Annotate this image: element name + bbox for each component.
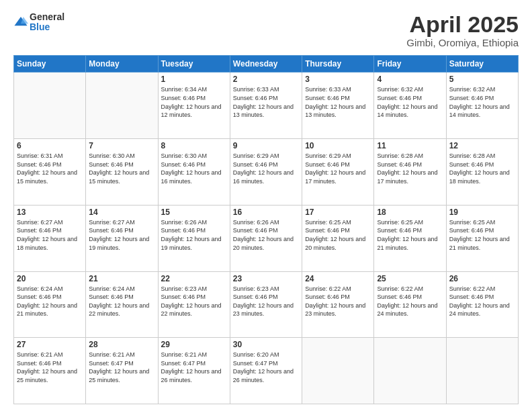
main-title: April 2025 — [406, 12, 519, 37]
day-number: 29 — [161, 340, 227, 349]
table-row: 4 Sunrise: 6:32 AMSunset: 6:46 PMDayligh… — [374, 73, 446, 139]
day-number: 11 — [377, 141, 443, 150]
table-row: 15 Sunrise: 6:26 AMSunset: 6:46 PMDaylig… — [158, 205, 230, 271]
day-info: Sunrise: 6:29 AMSunset: 6:46 PMDaylight:… — [233, 152, 299, 185]
day-info: Sunrise: 6:30 AMSunset: 6:46 PMDaylight:… — [161, 152, 227, 185]
day-info: Sunrise: 6:23 AMSunset: 6:46 PMDaylight:… — [233, 285, 299, 318]
day-number: 21 — [89, 274, 154, 283]
table-row: 18 Sunrise: 6:25 AMSunset: 6:46 PMDaylig… — [374, 205, 446, 271]
header-monday: Monday — [86, 56, 158, 73]
logo-general: General — [30, 12, 64, 22]
table-row: 2 Sunrise: 6:33 AMSunset: 6:46 PMDayligh… — [230, 73, 302, 139]
day-number: 18 — [377, 208, 443, 217]
day-number: 17 — [305, 208, 371, 217]
table-row: 21 Sunrise: 6:24 AMSunset: 6:46 PMDaylig… — [86, 271, 158, 338]
table-row: 22 Sunrise: 6:23 AMSunset: 6:46 PMDaylig… — [158, 271, 230, 338]
header-friday: Friday — [374, 56, 446, 73]
day-info: Sunrise: 6:27 AMSunset: 6:46 PMDaylight:… — [89, 218, 154, 252]
table-row — [374, 338, 446, 404]
day-info: Sunrise: 6:33 AMSunset: 6:46 PMDaylight:… — [305, 85, 371, 119]
day-number: 6 — [17, 141, 83, 150]
table-row: 5 Sunrise: 6:32 AMSunset: 6:46 PMDayligh… — [446, 73, 518, 139]
table-row: 14 Sunrise: 6:27 AMSunset: 6:46 PMDaylig… — [86, 205, 158, 271]
table-row: 1 Sunrise: 6:34 AMSunset: 6:46 PMDayligh… — [158, 73, 230, 139]
table-row: 3 Sunrise: 6:33 AMSunset: 6:46 PMDayligh… — [302, 73, 374, 139]
table-row: 28 Sunrise: 6:21 AMSunset: 6:47 PMDaylig… — [86, 338, 158, 404]
day-info: Sunrise: 6:31 AMSunset: 6:46 PMDaylight:… — [17, 152, 83, 185]
day-info: Sunrise: 6:21 AMSunset: 6:47 PMDaylight:… — [161, 351, 227, 384]
header-sunday: Sunday — [14, 56, 86, 73]
day-number: 19 — [449, 208, 515, 217]
day-number: 7 — [89, 141, 154, 150]
day-number: 13 — [17, 208, 83, 217]
day-number: 4 — [377, 75, 443, 84]
day-number: 24 — [305, 274, 371, 283]
day-number: 14 — [89, 208, 154, 217]
day-number: 10 — [305, 141, 371, 150]
day-number: 16 — [233, 208, 299, 217]
table-row: 6 Sunrise: 6:31 AMSunset: 6:46 PMDayligh… — [14, 139, 86, 205]
calendar-row: 13 Sunrise: 6:27 AMSunset: 6:46 PMDaylig… — [14, 205, 519, 271]
day-info: Sunrise: 6:29 AMSunset: 6:46 PMDaylight:… — [305, 152, 371, 185]
day-number: 15 — [161, 208, 227, 217]
day-number: 12 — [449, 141, 515, 150]
day-number: 27 — [17, 340, 83, 349]
day-info: Sunrise: 6:26 AMSunset: 6:46 PMDaylight:… — [233, 218, 299, 252]
table-row: 10 Sunrise: 6:29 AMSunset: 6:46 PMDaylig… — [302, 139, 374, 205]
day-info: Sunrise: 6:22 AMSunset: 6:46 PMDaylight:… — [377, 285, 443, 318]
day-info: Sunrise: 6:26 AMSunset: 6:46 PMDaylight:… — [161, 218, 227, 252]
table-row — [446, 338, 518, 404]
day-info: Sunrise: 6:22 AMSunset: 6:46 PMDaylight:… — [449, 285, 515, 318]
table-row — [86, 73, 158, 139]
day-number: 26 — [449, 274, 515, 283]
table-row: 11 Sunrise: 6:28 AMSunset: 6:46 PMDaylig… — [374, 139, 446, 205]
logo: General Blue — [13, 12, 64, 33]
title-block: April 2025 Gimbi, Oromiya, Ethiopia — [406, 12, 519, 48]
day-number: 5 — [449, 75, 515, 84]
day-info: Sunrise: 6:21 AMSunset: 6:47 PMDaylight:… — [89, 351, 154, 384]
logo-blue: Blue — [30, 22, 64, 32]
day-number: 23 — [233, 274, 299, 283]
calendar-row: 6 Sunrise: 6:31 AMSunset: 6:46 PMDayligh… — [14, 139, 519, 205]
table-row: 29 Sunrise: 6:21 AMSunset: 6:47 PMDaylig… — [158, 338, 230, 404]
table-row: 16 Sunrise: 6:26 AMSunset: 6:46 PMDaylig… — [230, 205, 302, 271]
day-number: 1 — [161, 75, 227, 84]
day-number: 28 — [89, 340, 154, 349]
day-info: Sunrise: 6:30 AMSunset: 6:46 PMDaylight:… — [89, 152, 154, 185]
table-row: 17 Sunrise: 6:25 AMSunset: 6:46 PMDaylig… — [302, 205, 374, 271]
header-wednesday: Wednesday — [230, 56, 302, 73]
day-info: Sunrise: 6:28 AMSunset: 6:46 PMDaylight:… — [449, 152, 515, 185]
header: General Blue April 2025 Gimbi, Oromiya, … — [13, 12, 519, 48]
day-number: 2 — [233, 75, 299, 84]
weekday-header-row: Sunday Monday Tuesday Wednesday Thursday… — [14, 56, 519, 73]
table-row: 20 Sunrise: 6:24 AMSunset: 6:46 PMDaylig… — [14, 271, 86, 338]
day-number: 20 — [17, 274, 83, 283]
day-info: Sunrise: 6:25 AMSunset: 6:46 PMDaylight:… — [449, 218, 515, 252]
table-row: 26 Sunrise: 6:22 AMSunset: 6:46 PMDaylig… — [446, 271, 518, 338]
day-info: Sunrise: 6:24 AMSunset: 6:46 PMDaylight:… — [17, 285, 83, 318]
subtitle: Gimbi, Oromiya, Ethiopia — [406, 37, 519, 48]
calendar: Sunday Monday Tuesday Wednesday Thursday… — [13, 55, 519, 404]
table-row: 27 Sunrise: 6:21 AMSunset: 6:46 PMDaylig… — [14, 338, 86, 404]
day-info: Sunrise: 6:25 AMSunset: 6:46 PMDaylight:… — [377, 218, 443, 252]
day-info: Sunrise: 6:20 AMSunset: 6:47 PMDaylight:… — [233, 351, 299, 384]
logo-icon — [13, 15, 28, 30]
table-row: 12 Sunrise: 6:28 AMSunset: 6:46 PMDaylig… — [446, 139, 518, 205]
day-info: Sunrise: 6:33 AMSunset: 6:46 PMDaylight:… — [233, 85, 299, 119]
day-info: Sunrise: 6:32 AMSunset: 6:46 PMDaylight:… — [377, 85, 443, 119]
day-info: Sunrise: 6:28 AMSunset: 6:46 PMDaylight:… — [377, 152, 443, 185]
table-row: 8 Sunrise: 6:30 AMSunset: 6:46 PMDayligh… — [158, 139, 230, 205]
table-row: 19 Sunrise: 6:25 AMSunset: 6:46 PMDaylig… — [446, 205, 518, 271]
header-saturday: Saturday — [446, 56, 518, 73]
day-info: Sunrise: 6:34 AMSunset: 6:46 PMDaylight:… — [161, 85, 227, 119]
day-info: Sunrise: 6:27 AMSunset: 6:46 PMDaylight:… — [17, 218, 83, 252]
header-thursday: Thursday — [302, 56, 374, 73]
day-info: Sunrise: 6:22 AMSunset: 6:46 PMDaylight:… — [305, 285, 371, 318]
table-row: 9 Sunrise: 6:29 AMSunset: 6:46 PMDayligh… — [230, 139, 302, 205]
table-row — [14, 73, 86, 139]
table-row: 23 Sunrise: 6:23 AMSunset: 6:46 PMDaylig… — [230, 271, 302, 338]
calendar-row: 20 Sunrise: 6:24 AMSunset: 6:46 PMDaylig… — [14, 271, 519, 338]
day-number: 25 — [377, 274, 443, 283]
header-tuesday: Tuesday — [158, 56, 230, 73]
page: General Blue April 2025 Gimbi, Oromiya, … — [0, 0, 532, 411]
